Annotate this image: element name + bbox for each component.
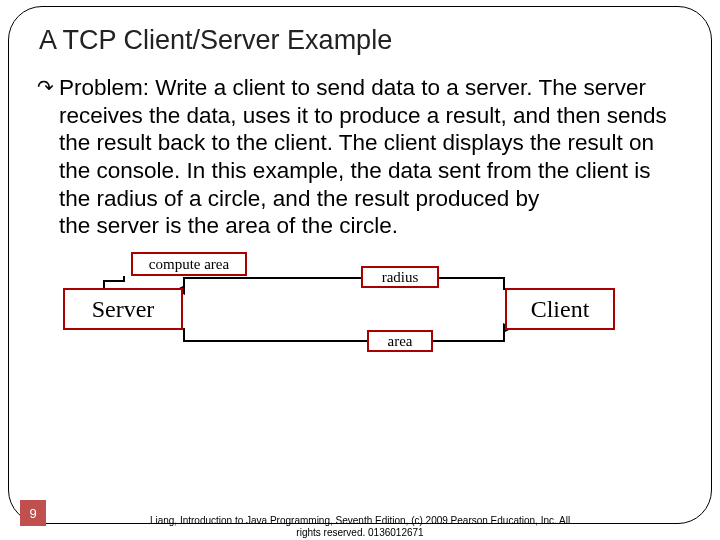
footer-line-2: rights reserved. 0136012671	[0, 527, 720, 539]
problem-text: Write a client to send data to a server.…	[59, 75, 667, 238]
problem-paragraph: ↷Problem: Write a client to send data to…	[37, 74, 681, 240]
footer-copyright: Liang, Introduction to Java Programming,…	[0, 515, 720, 538]
slide-frame: A TCP Client/Server Example ↷Problem: Wr…	[8, 6, 712, 524]
problem-label: Problem:	[59, 75, 149, 100]
bullet-icon: ↷	[37, 75, 59, 100]
box-server: Server	[63, 288, 183, 330]
box-radius: radius	[361, 266, 439, 288]
connector	[103, 280, 125, 282]
box-compute-area: compute area	[131, 252, 247, 276]
slide-title: A TCP Client/Server Example	[39, 25, 683, 56]
footer-line-1: Liang, Introduction to Java Programming,…	[0, 515, 720, 527]
connector-area	[183, 340, 505, 342]
client-server-diagram: compute area radius area Server Client	[63, 252, 623, 362]
box-client: Client	[505, 288, 615, 330]
connector	[183, 328, 185, 342]
connector-radius	[183, 277, 505, 279]
box-area: area	[367, 330, 433, 352]
